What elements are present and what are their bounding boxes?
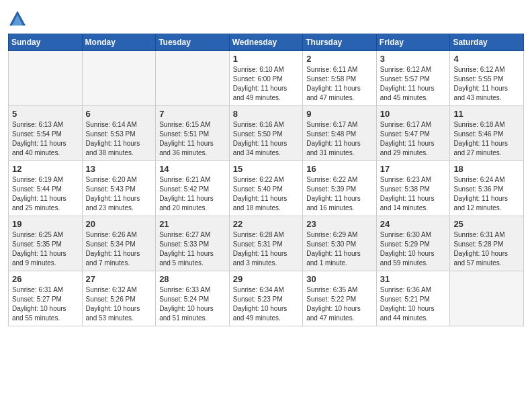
day-info: Sunrise: 6:31 AM Sunset: 5:28 PM Dayligh… (453, 230, 520, 268)
calendar-day-cell: 24Sunrise: 6:30 AM Sunset: 5:29 PM Dayli… (376, 216, 450, 271)
day-number: 21 (159, 219, 226, 229)
day-info: Sunrise: 6:31 AM Sunset: 5:27 PM Dayligh… (12, 285, 79, 323)
day-info: Sunrise: 6:21 AM Sunset: 5:42 PM Dayligh… (159, 175, 226, 213)
day-number: 9 (306, 109, 373, 119)
day-number: 15 (233, 164, 300, 174)
day-info: Sunrise: 6:25 AM Sunset: 5:35 PM Dayligh… (12, 230, 79, 268)
calendar-day-header: Thursday (303, 34, 377, 51)
day-info: Sunrise: 6:19 AM Sunset: 5:44 PM Dayligh… (12, 175, 79, 213)
calendar-day-cell: 20Sunrise: 6:26 AM Sunset: 5:34 PM Dayli… (82, 216, 156, 271)
calendar-day-header: Tuesday (156, 34, 230, 51)
day-info: Sunrise: 6:35 AM Sunset: 5:22 PM Dayligh… (306, 285, 373, 323)
day-number: 2 (306, 54, 373, 64)
day-number: 26 (12, 274, 79, 284)
calendar-day-cell: 10Sunrise: 6:17 AM Sunset: 5:47 PM Dayli… (376, 106, 450, 161)
calendar-day-cell: 25Sunrise: 6:31 AM Sunset: 5:28 PM Dayli… (450, 216, 524, 271)
day-number: 17 (380, 164, 447, 174)
day-info: Sunrise: 6:12 AM Sunset: 5:55 PM Dayligh… (453, 65, 520, 103)
day-info: Sunrise: 6:23 AM Sunset: 5:38 PM Dayligh… (380, 175, 447, 213)
calendar-day-cell (450, 271, 524, 326)
day-number: 24 (380, 219, 447, 229)
day-info: Sunrise: 6:36 AM Sunset: 5:21 PM Dayligh… (380, 285, 447, 323)
header (8, 7, 524, 28)
day-number: 18 (453, 164, 520, 174)
calendar-week-row: 12Sunrise: 6:19 AM Sunset: 5:44 PM Dayli… (9, 161, 524, 216)
logo (8, 9, 30, 28)
day-info: Sunrise: 6:28 AM Sunset: 5:31 PM Dayligh… (233, 230, 300, 268)
calendar-day-cell: 13Sunrise: 6:20 AM Sunset: 5:43 PM Dayli… (82, 161, 156, 216)
calendar-day-cell (9, 51, 83, 106)
calendar-day-cell: 14Sunrise: 6:21 AM Sunset: 5:42 PM Dayli… (156, 161, 230, 216)
day-info: Sunrise: 6:30 AM Sunset: 5:29 PM Dayligh… (380, 230, 447, 268)
day-info: Sunrise: 6:14 AM Sunset: 5:53 PM Dayligh… (86, 120, 152, 158)
calendar-table: SundayMondayTuesdayWednesdayThursdayFrid… (8, 34, 524, 326)
calendar-day-cell: 5Sunrise: 6:13 AM Sunset: 5:54 PM Daylig… (9, 106, 83, 161)
day-number: 7 (159, 109, 226, 119)
calendar-day-cell: 11Sunrise: 6:18 AM Sunset: 5:46 PM Dayli… (450, 106, 524, 161)
day-info: Sunrise: 6:26 AM Sunset: 5:34 PM Dayligh… (86, 230, 152, 268)
calendar-day-cell (156, 51, 230, 106)
day-info: Sunrise: 6:17 AM Sunset: 5:47 PM Dayligh… (380, 120, 447, 158)
day-number: 3 (380, 54, 447, 64)
calendar-week-row: 1Sunrise: 6:10 AM Sunset: 6:00 PM Daylig… (9, 51, 524, 106)
day-number: 23 (306, 219, 373, 229)
calendar-week-row: 19Sunrise: 6:25 AM Sunset: 5:35 PM Dayli… (9, 216, 524, 271)
calendar-day-cell: 2Sunrise: 6:11 AM Sunset: 5:58 PM Daylig… (303, 51, 377, 106)
day-number: 25 (453, 219, 520, 229)
day-number: 31 (380, 274, 447, 284)
day-info: Sunrise: 6:32 AM Sunset: 5:26 PM Dayligh… (86, 285, 152, 323)
day-info: Sunrise: 6:18 AM Sunset: 5:46 PM Dayligh… (453, 120, 520, 158)
day-info: Sunrise: 6:13 AM Sunset: 5:54 PM Dayligh… (12, 120, 79, 158)
calendar-day-header: Friday (376, 34, 450, 51)
calendar-day-cell: 9Sunrise: 6:17 AM Sunset: 5:48 PM Daylig… (303, 106, 377, 161)
calendar-day-cell: 15Sunrise: 6:22 AM Sunset: 5:40 PM Dayli… (229, 161, 303, 216)
day-info: Sunrise: 6:24 AM Sunset: 5:36 PM Dayligh… (453, 175, 520, 213)
day-number: 13 (86, 164, 152, 174)
day-info: Sunrise: 6:11 AM Sunset: 5:58 PM Dayligh… (306, 65, 373, 103)
calendar-day-header: Wednesday (229, 34, 303, 51)
calendar-day-header: Monday (82, 34, 156, 51)
calendar-day-cell: 29Sunrise: 6:34 AM Sunset: 5:23 PM Dayli… (229, 271, 303, 326)
calendar-day-cell: 18Sunrise: 6:24 AM Sunset: 5:36 PM Dayli… (450, 161, 524, 216)
day-number: 16 (306, 164, 373, 174)
day-number: 12 (12, 164, 79, 174)
day-number: 27 (86, 274, 152, 284)
calendar-day-cell: 16Sunrise: 6:22 AM Sunset: 5:39 PM Dayli… (303, 161, 377, 216)
calendar-day-cell (82, 51, 156, 106)
calendar-day-cell: 6Sunrise: 6:14 AM Sunset: 5:53 PM Daylig… (82, 106, 156, 161)
calendar-day-cell: 17Sunrise: 6:23 AM Sunset: 5:38 PM Dayli… (376, 161, 450, 216)
day-number: 8 (233, 109, 300, 119)
day-number: 11 (453, 109, 520, 119)
calendar-day-cell: 1Sunrise: 6:10 AM Sunset: 6:00 PM Daylig… (229, 51, 303, 106)
calendar-day-cell: 28Sunrise: 6:33 AM Sunset: 5:24 PM Dayli… (156, 271, 230, 326)
logo-icon (8, 9, 27, 28)
day-info: Sunrise: 6:16 AM Sunset: 5:50 PM Dayligh… (233, 120, 300, 158)
day-number: 20 (86, 219, 152, 229)
calendar-header-row: SundayMondayTuesdayWednesdayThursdayFrid… (9, 34, 524, 51)
calendar-day-cell: 4Sunrise: 6:12 AM Sunset: 5:55 PM Daylig… (450, 51, 524, 106)
calendar-day-cell: 12Sunrise: 6:19 AM Sunset: 5:44 PM Dayli… (9, 161, 83, 216)
day-info: Sunrise: 6:29 AM Sunset: 5:30 PM Dayligh… (306, 230, 373, 268)
day-info: Sunrise: 6:12 AM Sunset: 5:57 PM Dayligh… (380, 65, 447, 103)
day-info: Sunrise: 6:33 AM Sunset: 5:24 PM Dayligh… (159, 285, 226, 323)
main-container: SundayMondayTuesdayWednesdayThursdayFrid… (0, 0, 532, 332)
day-info: Sunrise: 6:34 AM Sunset: 5:23 PM Dayligh… (233, 285, 300, 323)
calendar-day-cell: 26Sunrise: 6:31 AM Sunset: 5:27 PM Dayli… (9, 271, 83, 326)
calendar-day-cell: 31Sunrise: 6:36 AM Sunset: 5:21 PM Dayli… (376, 271, 450, 326)
calendar-day-cell: 22Sunrise: 6:28 AM Sunset: 5:31 PM Dayli… (229, 216, 303, 271)
calendar-day-cell: 27Sunrise: 6:32 AM Sunset: 5:26 PM Dayli… (82, 271, 156, 326)
day-number: 28 (159, 274, 226, 284)
calendar-week-row: 5Sunrise: 6:13 AM Sunset: 5:54 PM Daylig… (9, 106, 524, 161)
day-number: 19 (12, 219, 79, 229)
day-info: Sunrise: 6:10 AM Sunset: 6:00 PM Dayligh… (233, 65, 300, 103)
day-number: 29 (233, 274, 300, 284)
calendar-day-cell: 30Sunrise: 6:35 AM Sunset: 5:22 PM Dayli… (303, 271, 377, 326)
day-number: 4 (453, 54, 520, 64)
day-info: Sunrise: 6:27 AM Sunset: 5:33 PM Dayligh… (159, 230, 226, 268)
calendar-day-cell: 21Sunrise: 6:27 AM Sunset: 5:33 PM Dayli… (156, 216, 230, 271)
day-info: Sunrise: 6:17 AM Sunset: 5:48 PM Dayligh… (306, 120, 373, 158)
day-number: 10 (380, 109, 447, 119)
day-number: 30 (306, 274, 373, 284)
day-number: 14 (159, 164, 226, 174)
day-number: 22 (233, 219, 300, 229)
